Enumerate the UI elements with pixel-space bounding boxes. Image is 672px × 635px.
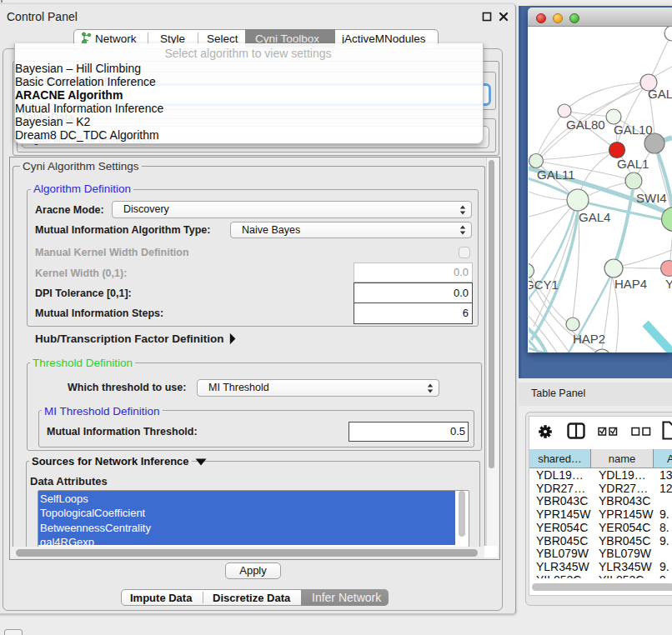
svg-text:GAL80: GAL80 <box>566 118 605 132</box>
svg-text:GAL2: GAL2 <box>648 87 672 101</box>
svg-text:HAP4: HAP4 <box>614 277 647 291</box>
svg-text:GAL4: GAL4 <box>579 210 610 224</box>
svg-text:YM: YM <box>665 277 672 291</box>
svg-text:GCY1: GCY1 <box>529 278 559 292</box>
svg-text:SWI4: SWI4 <box>636 191 667 205</box>
svg-text:HAP2: HAP2 <box>573 332 605 346</box>
svg-text:GAL11: GAL11 <box>537 168 575 182</box>
svg-text:GAL10: GAL10 <box>614 122 653 137</box>
svg-text:GAL1: GAL1 <box>617 157 649 171</box>
